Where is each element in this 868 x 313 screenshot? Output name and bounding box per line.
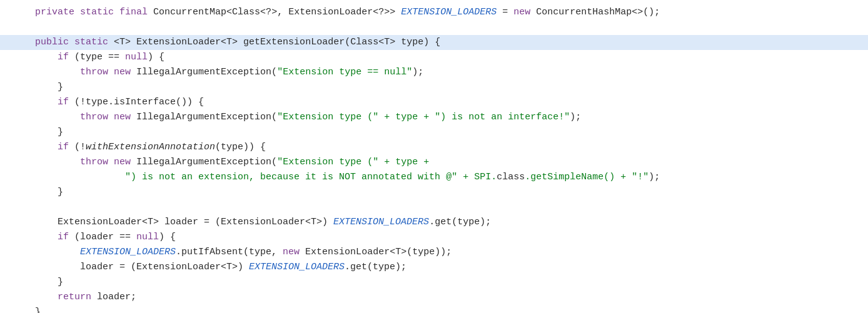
code-text: );	[648, 170, 660, 184]
string-annotation-1: "Extension type (" + type +	[277, 155, 429, 169]
code-line-throw-interface: throw new IllegalArgumentException( "Ext…	[0, 110, 868, 125]
keyword-new3: new	[114, 110, 131, 124]
code-editor: private static final ConcurrentMap<Class…	[0, 0, 868, 313]
code-text: );	[412, 65, 423, 79]
keyword-if3: if	[58, 140, 69, 154]
code-line-close1: }	[0, 80, 868, 95]
code-text: loader;	[91, 290, 136, 304]
keyword-throw: throw	[80, 65, 108, 79]
code-text: .putIfAbsent(type,	[176, 245, 283, 259]
code-text	[13, 50, 58, 64]
string-ext-null: "Extension type == null"	[277, 65, 412, 79]
method-withExtensionAnnotation: withExtensionAnnotation	[86, 140, 215, 154]
code-text	[13, 35, 35, 49]
code-text: (!	[69, 140, 86, 154]
string-annotation-3: @" + SPI.	[440, 170, 497, 184]
code-text: loader = (ExtensionLoader<T>)	[13, 260, 249, 274]
code-line-empty1	[0, 20, 868, 35]
keyword-if4: if	[58, 230, 69, 244]
code-text: (Class<T> type) {	[345, 35, 440, 49]
keyword-new2: new	[114, 65, 131, 79]
code-line-close2: }	[0, 125, 868, 140]
code-text: }	[13, 125, 63, 139]
code-text: =	[497, 5, 513, 19]
code-text: ) {	[148, 50, 164, 64]
code-text	[13, 140, 58, 154]
code-text: );	[570, 110, 581, 124]
code-text: IllegalArgumentException(	[131, 110, 277, 124]
code-line-if-interface: if (!type.isInterface()) {	[0, 95, 868, 110]
keyword-static: static	[74, 35, 108, 49]
code-text: (type)) {	[215, 140, 266, 154]
string-with: with	[418, 170, 440, 184]
code-line-empty2	[0, 200, 868, 215]
code-line-return: return loader;	[0, 290, 868, 305]
code-text	[13, 290, 58, 304]
code-text: }	[13, 305, 41, 313]
code-text: <T> ExtensionLoader<T>	[108, 35, 243, 49]
code-text	[108, 65, 114, 79]
code-text	[13, 200, 18, 214]
constant-ext-loaders-put: EXTENSION_LOADERS	[80, 245, 176, 259]
constant-ext-loaders-get: EXTENSION_LOADERS	[333, 215, 429, 229]
keyword-null: null	[125, 50, 148, 64]
code-text: ExtensionLoader<T>(type));	[300, 245, 452, 259]
keyword-new5: new	[283, 245, 300, 259]
string-annotation-2: ") is not an extension, because it is NO…	[125, 170, 418, 184]
keyword-return: return	[58, 290, 91, 304]
code-line-if-null: if (type == null ) {	[0, 50, 868, 65]
string-annotation-4: .getSimpleName() + "!"	[525, 170, 648, 184]
code-line-if-annotation: if (! withExtensionAnnotation (type)) {	[0, 140, 868, 155]
keyword-final: final	[119, 5, 148, 19]
code-text	[69, 35, 74, 49]
code-line-close4: }	[0, 275, 868, 290]
code-text: .get(type);	[345, 260, 406, 274]
code-line-throw-annotation-2: ") is not an extension, because it is NO…	[0, 170, 868, 185]
code-text: }	[13, 185, 63, 199]
code-text	[13, 5, 35, 19]
keyword-throw2: throw	[80, 110, 108, 124]
keyword-new: new	[513, 5, 530, 19]
keyword-public: public	[35, 35, 69, 49]
code-text: ExtensionLoader<T> loader = (ExtensionLo…	[13, 215, 333, 229]
code-text: (loader ==	[69, 230, 136, 244]
code-text	[13, 110, 80, 124]
code-line-throw-null: throw new IllegalArgumentException( "Ext…	[0, 65, 868, 80]
code-line-close5: }	[0, 305, 868, 313]
code-text	[108, 110, 114, 124]
code-text: (type ==	[69, 50, 125, 64]
code-text: class	[497, 170, 525, 184]
code-line-loader-reassign: loader = (ExtensionLoader<T>) EXTENSION_…	[0, 260, 868, 275]
code-text: (!type.isInterface()) {	[69, 95, 204, 109]
code-line-1: private static final ConcurrentMap<Class…	[0, 5, 868, 20]
keyword-if2: if	[58, 95, 69, 109]
code-text	[13, 65, 80, 79]
code-text: .get(type);	[429, 215, 491, 229]
code-text: ) {	[159, 230, 176, 244]
method-name-getExtensionLoader: getExtensionLoader	[243, 35, 345, 49]
code-line-close3: }	[0, 185, 868, 200]
code-line-put-if-absent: EXTENSION_LOADERS .putIfAbsent(type, new…	[0, 245, 868, 260]
keyword-static: static	[80, 5, 114, 19]
code-line-loader-decl: ExtensionLoader<T> loader = (ExtensionLo…	[0, 215, 868, 230]
keyword-if: if	[58, 50, 69, 64]
code-text	[74, 5, 80, 19]
code-text	[108, 155, 114, 169]
code-text	[13, 20, 18, 34]
code-line-if-loader-null: if (loader == null ) {	[0, 230, 868, 245]
code-text: }	[13, 80, 63, 94]
code-text	[13, 170, 125, 184]
code-text	[114, 5, 119, 19]
code-text: IllegalArgumentException(	[131, 155, 277, 169]
code-text: ConcurrentMap<Class<?>, ExtensionLoader<…	[148, 5, 401, 19]
keyword-private: private	[35, 5, 74, 19]
constant-ext-loaders-get2: EXTENSION_LOADERS	[249, 260, 345, 274]
keyword-new4: new	[114, 155, 131, 169]
code-text: ConcurrentHashMap<>();	[530, 5, 660, 19]
code-text	[13, 155, 80, 169]
string-not-interface: "Extension type (" + type + ") is not an…	[277, 110, 570, 124]
code-line-method-sig: public static <T> ExtensionLoader<T> get…	[0, 35, 868, 50]
code-text	[13, 230, 58, 244]
keyword-throw3: throw	[80, 155, 108, 169]
code-line-throw-annotation-1: throw new IllegalArgumentException( "Ext…	[0, 155, 868, 170]
